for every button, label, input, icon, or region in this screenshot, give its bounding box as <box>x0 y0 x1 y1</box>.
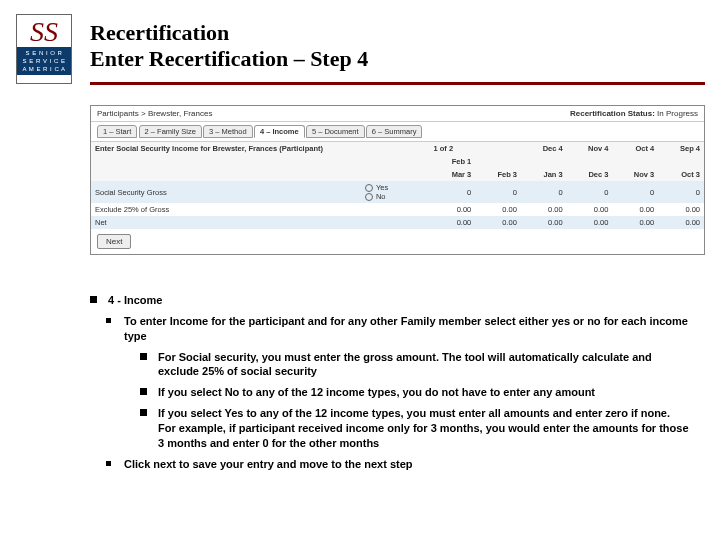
breadcrumb: Participants > Brewster, Frances <box>97 109 212 118</box>
page-of: 1 of 2 <box>430 142 476 155</box>
note-ss: For Social security, you must enter the … <box>140 350 690 380</box>
income-prompt: Enter Social Security Income for Brewste… <box>91 142 361 155</box>
radio-yes[interactable] <box>365 184 373 192</box>
app-screenshot: Participants > Brewster, Frances Recerti… <box>90 105 705 255</box>
note-no: If you select No to any of the 12 income… <box>140 385 690 400</box>
slide-title: Recertification Enter Recertification – … <box>90 20 368 72</box>
tab-document[interactable]: 5 – Document <box>306 125 365 138</box>
radio-no[interactable] <box>365 193 373 201</box>
next-button[interactable]: Next <box>97 234 131 249</box>
title-rule <box>90 82 705 85</box>
wizard-tabs: 1 – Start 2 – Family Size 3 – Method 4 –… <box>91 122 704 142</box>
logo-text: S E N I O R S E R V I C E A M E R I C A <box>17 47 71 75</box>
tab-family-size[interactable]: 2 – Family Size <box>139 125 202 138</box>
tab-income[interactable]: 4 – Income <box>254 125 305 138</box>
instruction-notes: 4 - Income To enter Income for the parti… <box>90 293 690 477</box>
bullet-icon <box>106 318 111 323</box>
note-yes: If you select Yes to any of the 12 incom… <box>140 406 690 451</box>
title-line1: Recertification <box>90 20 368 46</box>
tab-start[interactable]: 1 – Start <box>97 125 137 138</box>
yes-no-group: Yes No <box>361 181 430 203</box>
logo-mark: SS <box>17 17 71 47</box>
row-net: Net <box>91 216 361 229</box>
logo: SS S E N I O R S E R V I C E A M E R I C… <box>16 14 72 84</box>
bullet-icon <box>106 461 111 466</box>
bullet-icon <box>90 296 97 303</box>
bullet-icon <box>140 388 147 395</box>
bullet-icon <box>140 409 147 416</box>
note-next: Click next to save your entry and move t… <box>106 457 690 472</box>
note-heading: 4 - Income <box>90 293 690 308</box>
tab-method[interactable]: 3 – Method <box>203 125 253 138</box>
note-intro: To enter Income for the participant and … <box>106 314 690 344</box>
row-exclude: Exclude 25% of Gross <box>91 203 361 216</box>
title-line2: Enter Recertification – Step 4 <box>90 46 368 72</box>
row-ss-gross: Social Security Gross <box>91 181 361 203</box>
tab-summary[interactable]: 6 – Summary <box>366 125 423 138</box>
bullet-icon <box>140 353 147 360</box>
recert-status: Recertification Status: In Progress <box>570 109 698 118</box>
